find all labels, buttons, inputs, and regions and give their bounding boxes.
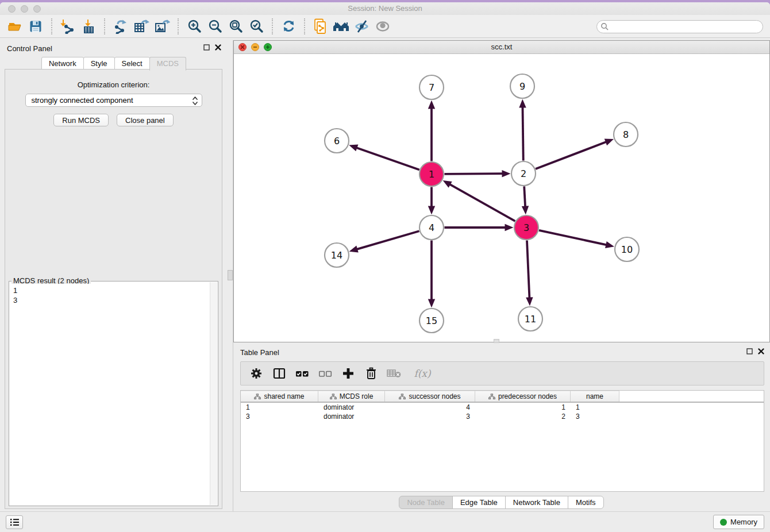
memory-button[interactable]: Memory — [713, 515, 764, 529]
eye-slash-icon — [354, 20, 370, 33]
table-settings-button[interactable] — [248, 365, 265, 382]
graph-node-3[interactable]: 3 — [514, 215, 538, 240]
clone-network-button[interactable] — [310, 17, 331, 36]
session-home-button[interactable] — [331, 17, 352, 36]
graph-node-1[interactable]: 1 — [419, 162, 444, 186]
table-cell[interactable]: 1 — [571, 403, 619, 412]
graph-edge-4-15[interactable] — [428, 241, 435, 308]
close-panel-icon[interactable] — [758, 348, 764, 354]
toolbar-separator — [51, 18, 52, 34]
vertical-splitter[interactable] — [227, 40, 233, 512]
table-cell[interactable]: 3 — [241, 412, 318, 421]
graph-node-2[interactable]: 2 — [511, 161, 536, 186]
graph-edge-3-11[interactable] — [526, 240, 533, 306]
network-close-icon[interactable] — [238, 43, 247, 51]
table-cell[interactable]: 3 — [571, 412, 619, 421]
minimize-window-icon[interactable] — [21, 5, 28, 13]
column-header-successor-nodes[interactable]: successor nodes — [385, 391, 475, 402]
close-panel-button[interactable]: Close panel — [117, 114, 174, 126]
open-session-button[interactable] — [5, 17, 25, 36]
table-cell[interactable]: 1 — [475, 403, 571, 412]
export-image-button[interactable] — [152, 17, 172, 36]
add-column-button[interactable] — [340, 365, 357, 382]
tab-network-table[interactable]: Network Table — [505, 496, 568, 509]
refresh-layout-button[interactable] — [278, 17, 299, 36]
network-titlebar[interactable]: scc.txt — [234, 41, 769, 54]
column-header-shared-name[interactable]: shared name — [241, 391, 318, 402]
network-resize-grip[interactable] — [494, 339, 499, 343]
network-zoom-icon[interactable] — [264, 43, 272, 51]
export-table-button[interactable] — [131, 17, 152, 36]
float-panel-icon[interactable] — [746, 348, 753, 354]
graph-edge-3-1[interactable] — [443, 180, 515, 221]
graph-node-14[interactable]: 14 — [325, 243, 349, 267]
graph-edge-2-3[interactable] — [522, 186, 529, 214]
graph-edge-1-2[interactable] — [444, 170, 510, 177]
graph-edge-4-14[interactable] — [349, 231, 419, 252]
tab-node-table[interactable]: Node Table — [399, 496, 453, 509]
search-field[interactable] — [596, 20, 763, 33]
zoom-window-icon[interactable] — [33, 5, 41, 13]
deselect-all-button[interactable] — [317, 365, 334, 382]
delete-table-button[interactable] — [386, 365, 403, 382]
svg-text:10: 10 — [621, 244, 633, 255]
graph-node-8[interactable]: 8 — [614, 122, 638, 147]
splitter-grip[interactable] — [228, 270, 233, 280]
table-cell[interactable]: 3 — [385, 412, 475, 421]
column-header-MCDS-role[interactable]: MCDS role — [318, 391, 385, 402]
svg-text:8: 8 — [623, 129, 629, 140]
table-row[interactable]: 3dominator323 — [241, 412, 764, 421]
zoom-fit-button[interactable] — [225, 17, 246, 36]
table-row[interactable]: 1dominator411 — [241, 403, 764, 412]
show-graphics-details-button[interactable] — [372, 17, 393, 36]
run-mcds-button[interactable]: Run MCDS — [53, 114, 109, 126]
save-session-button[interactable] — [25, 17, 46, 36]
task-history-button[interactable] — [6, 515, 23, 529]
graph-edge-3-10[interactable] — [539, 230, 614, 248]
table-cell[interactable]: dominator — [318, 412, 385, 421]
import-network-button[interactable] — [57, 17, 78, 36]
criterion-dropdown[interactable]: strongly connected component — [25, 94, 202, 107]
select-all-button[interactable] — [294, 365, 311, 382]
graph-node-9[interactable]: 9 — [510, 74, 534, 98]
delete-column-button[interactable] — [363, 365, 380, 382]
column-view-button[interactable] — [271, 365, 288, 382]
tab-edge-table[interactable]: Edge Table — [452, 496, 506, 509]
zoom-selected-button[interactable] — [246, 17, 267, 36]
table-cell[interactable]: 1 — [241, 403, 318, 412]
import-table-button[interactable] — [78, 17, 99, 36]
close-window-icon[interactable] — [8, 5, 16, 13]
zoom-out-button[interactable] — [205, 17, 225, 36]
mcds-result-text[interactable]: 1 3 — [10, 284, 210, 505]
column-header-name[interactable]: name — [571, 391, 619, 402]
graph-edge-1-7[interactable] — [428, 101, 435, 161]
tab-motifs[interactable]: Motifs — [568, 496, 604, 509]
network-minimize-icon[interactable] — [251, 43, 259, 51]
zoom-in-button[interactable] — [184, 17, 205, 36]
graph-node-11[interactable]: 11 — [518, 307, 542, 331]
hide-graphics-details-button[interactable] — [352, 17, 372, 36]
graph-node-10[interactable]: 10 — [615, 237, 639, 261]
table-cell[interactable]: 2 — [475, 412, 571, 421]
graph-edge-2-8[interactable] — [536, 139, 614, 169]
export-network-button[interactable] — [110, 17, 131, 36]
graph-node-4[interactable]: 4 — [419, 215, 444, 240]
function-builder-button[interactable]: f(x) — [409, 365, 436, 382]
graph-edge-2-9[interactable] — [519, 99, 526, 160]
graph-edge-1-4[interactable] — [428, 187, 435, 215]
graph-node-6[interactable]: 6 — [325, 129, 349, 153]
table-cell[interactable]: 4 — [385, 403, 475, 412]
float-panel-icon[interactable] — [203, 44, 210, 51]
graph-node-7[interactable]: 7 — [419, 75, 444, 99]
table-cell[interactable]: dominator — [318, 403, 385, 412]
network-canvas[interactable]: 1234678910111415 — [234, 54, 769, 342]
network-graph[interactable]: 1234678910111415 — [234, 54, 769, 342]
graph-edge-4-3[interactable] — [445, 224, 514, 231]
close-panel-icon[interactable] — [215, 44, 221, 51]
tab-mcds[interactable]: MCDS — [149, 57, 186, 71]
graph-node-15[interactable]: 15 — [419, 309, 444, 333]
column-header-predecessor-nodes[interactable]: predecessor nodes — [475, 391, 571, 402]
graph-edge-1-6[interactable] — [349, 145, 419, 170]
mcds-result-scrollbar[interactable] — [210, 282, 217, 505]
search-input[interactable] — [609, 21, 763, 32]
